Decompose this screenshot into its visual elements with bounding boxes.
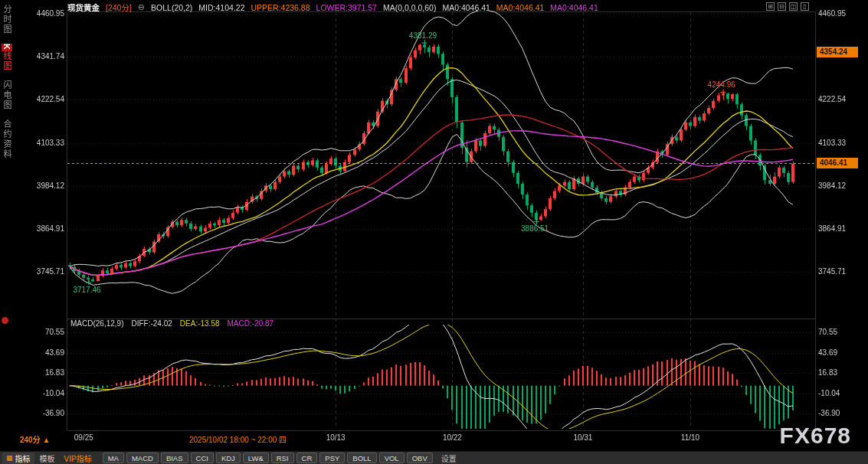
sidebar-item-label: 分时图 (2, 5, 11, 34)
chart-info-bar: 现货黄金 [240分] ⊖ BOLL(20,2) MID:4104.22 UPP… (67, 2, 598, 13)
crosshair-date-label: 2025/10/02 18:00 ~ 22:00 四 (189, 433, 287, 445)
ma-value-3: MA0:4046.41 (550, 3, 598, 12)
k-line-icon: K (2, 44, 12, 51)
toolbar-tab-label: VIP指标 (64, 453, 92, 464)
indicator-buttons: MAMACDBIASCCIKDJLW&RSICRPSYBOLLVOLOBV (103, 453, 433, 463)
indicator-button-lw[interactable]: LW& (243, 453, 269, 463)
ma-value-2: MA0:4046.41 (496, 3, 544, 12)
toolbar-tab-label: 指标 (15, 453, 31, 464)
settings-button[interactable]: 设置 (441, 453, 457, 464)
boll-mid-value: MID:4104.22 (198, 3, 244, 12)
toolbar-template-tab[interactable]: 模板 (36, 453, 59, 464)
sidebar-item-label: 线图 (2, 51, 11, 71)
split-horizontal-icon[interactable]: ⊟ (778, 2, 786, 11)
boll-lower-value: LOWER:3971.57 (316, 3, 377, 12)
boll-params-label: BOLL(20,2) (151, 3, 192, 12)
sidebar-item-contract-info[interactable]: 合约资料 (1, 119, 13, 159)
indicator-button-rsi[interactable]: RSI (271, 453, 294, 463)
sidebar-item-label: 合约资料 (2, 119, 11, 159)
split-vertical-icon[interactable]: ◫ (789, 2, 798, 11)
single-window-icon[interactable]: ▯ (801, 2, 809, 11)
indicator-button-kdj[interactable]: KDJ (216, 453, 241, 463)
macd-info-bar: MACD(26,12,9) DIFF:-24.02 DEA:-13.58 MAC… (70, 319, 274, 328)
remove-indicator-icon[interactable]: ⊖ (138, 2, 145, 12)
timeframe-selector[interactable]: 240分 ▲ (20, 433, 50, 445)
toolbar-indicator-tab[interactable]: ▦指标 (2, 453, 34, 464)
multi-window-layout-icon[interactable]: ⊞ (766, 2, 775, 11)
ma-value-1: MA0:4046.41 (442, 3, 490, 12)
sidebar-item-lightning-chart[interactable]: 闪电图 (1, 80, 13, 110)
indicator-button-ma[interactable]: MA (103, 453, 124, 463)
ma-params-label: MA(0,0,0,0,60) (383, 3, 436, 12)
symbol-name: 现货黄金 (67, 2, 100, 13)
chevron-up-icon: ▲ (42, 436, 50, 444)
indicator-button-obv[interactable]: OBV (407, 453, 433, 463)
indicator-toolbar: ▦指标模板VIP指标 MAMACDBIASCCIKDJLW&RSICRPSYBO… (0, 451, 868, 464)
timeframe-label: 240分 (20, 436, 41, 444)
indicator-button-vol[interactable]: VOL (379, 453, 405, 463)
indicator-button-boll[interactable]: BOLL (347, 453, 376, 463)
macd-dea-value: DEA:-13.58 (180, 319, 220, 328)
indicator-button-macd[interactable]: MACD (126, 453, 159, 463)
toolbar-tabs: ▦指标模板VIP指标 (2, 453, 96, 464)
period-tag: [240分] (106, 2, 132, 13)
toolbar-tab-label: 模板 (40, 453, 55, 464)
indicator-grid-icon: ▦ (6, 454, 13, 462)
fx678-watermark: FX678 (780, 423, 851, 449)
macd-diff-value: DIFF:-24.02 (131, 319, 172, 328)
window-layout-icons: ⊞⊟◫▯ (766, 2, 809, 11)
panel-toggle-icon[interactable] (2, 317, 8, 324)
sidebar-item-label: 闪电图 (2, 80, 11, 110)
indicator-button-bias[interactable]: BIAS (161, 453, 188, 463)
boll-upper-value: UPPER:4236.88 (251, 3, 310, 12)
sidebar-item-time-share-chart[interactable]: 分时图 (1, 5, 13, 34)
macd-bar-value: MACD:-20.87 (228, 319, 274, 328)
chart-type-sidebar: 分时图K线图闪电图合约资料 (1, 5, 11, 168)
toolbar-vip-indicator-tab[interactable]: VIP指标 (61, 453, 96, 464)
indicator-button-psy[interactable]: PSY (319, 453, 345, 463)
indicator-button-cr[interactable]: CR (296, 453, 318, 463)
sidebar-item-kline-chart[interactable]: K线图 (1, 44, 13, 71)
macd-params-label: MACD(26,12,9) (70, 319, 123, 328)
kline-chart-canvas[interactable] (0, 0, 868, 464)
indicator-button-cci[interactable]: CCI (191, 453, 214, 463)
